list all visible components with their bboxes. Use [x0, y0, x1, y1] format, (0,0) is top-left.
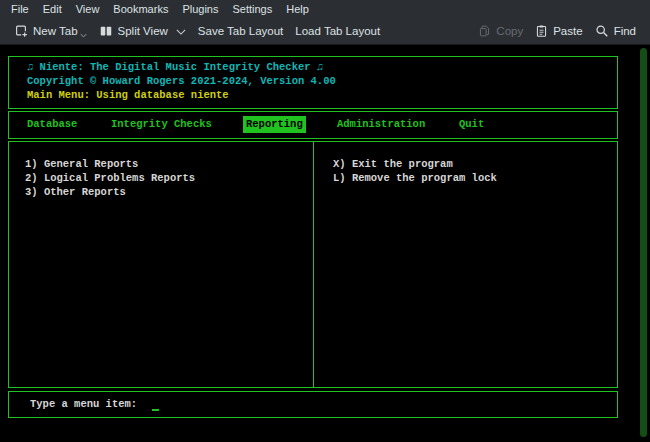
tui-menu-integrity-checks[interactable]: Integrity Checks	[111, 118, 212, 131]
toolbar: New Tab Split View Save Tab Layout Load …	[0, 17, 650, 45]
new-tab-icon	[14, 24, 28, 38]
tui-menu-administration[interactable]: Administration	[337, 118, 425, 131]
tui-menu-box	[8, 111, 618, 139]
find-button[interactable]: Find	[589, 20, 642, 42]
new-tab-button[interactable]: New Tab	[8, 20, 93, 42]
split-view-label: Split View	[118, 25, 168, 37]
load-tab-layout-label: Load Tab Layout	[295, 25, 380, 37]
copy-label: Copy	[496, 25, 523, 37]
paste-icon	[535, 24, 548, 38]
new-tab-dropdown-icon	[80, 33, 87, 38]
terminal-cursor	[152, 409, 159, 411]
copyright-line: Copyright © Howard Rogers 2021-2024, Ver…	[27, 75, 336, 88]
find-icon	[595, 24, 609, 38]
scrollbar-thumb[interactable]	[640, 48, 647, 437]
paste-label: Paste	[553, 25, 582, 37]
find-label: Find	[614, 25, 636, 37]
tui-panel-divider	[313, 141, 314, 388]
paste-button[interactable]: Paste	[529, 20, 588, 42]
menu-bookmarks[interactable]: Bookmarks	[106, 2, 175, 16]
save-tab-layout-label: Save Tab Layout	[198, 25, 283, 37]
load-tab-layout-button[interactable]: Load Tab Layout	[289, 21, 386, 41]
app-title: ♫ Niente: The Digital Music Integrity Ch…	[27, 61, 323, 74]
chevron-down-icon	[176, 29, 186, 35]
tui-menu-quit[interactable]: Quit	[459, 118, 484, 131]
menu-option-remove-program-lock[interactable]: L) Remove the program lock	[333, 172, 497, 185]
menu-help[interactable]: Help	[279, 2, 316, 16]
split-view-icon	[99, 24, 113, 38]
tui-menu-database[interactable]: Database	[27, 118, 77, 131]
menu-view[interactable]: View	[69, 2, 107, 16]
status-line: Main Menu: Using database niente	[27, 89, 229, 102]
save-tab-layout-button[interactable]: Save Tab Layout	[192, 21, 289, 41]
menu-edit[interactable]: Edit	[36, 2, 69, 16]
copy-button[interactable]: Copy	[472, 20, 529, 42]
split-view-button[interactable]: Split View	[93, 20, 192, 42]
menu-option-exit-program[interactable]: X) Exit the program	[333, 158, 453, 171]
new-tab-label: New Tab	[33, 25, 78, 37]
menu-plugins[interactable]: Plugins	[175, 2, 225, 16]
terminal-scrollbar[interactable]	[637, 45, 650, 442]
copy-icon	[478, 24, 491, 38]
tui-menu-reporting[interactable]: Reporting	[243, 116, 306, 133]
menu-settings[interactable]: Settings	[225, 2, 279, 16]
terminal-screen[interactable]: ♫ Niente: The Digital Music Integrity Ch…	[0, 45, 650, 442]
window-menubar: File Edit View Bookmarks Plugins Setting…	[0, 0, 650, 17]
menu-option-logical-problems-reports[interactable]: 2) Logical Problems Reports	[25, 172, 195, 185]
menu-option-other-reports[interactable]: 3) Other Reports	[25, 186, 126, 199]
menu-option-general-reports[interactable]: 1) General Reports	[25, 158, 138, 171]
menu-file[interactable]: File	[4, 2, 36, 16]
prompt-label: Type a menu item:	[30, 398, 137, 411]
